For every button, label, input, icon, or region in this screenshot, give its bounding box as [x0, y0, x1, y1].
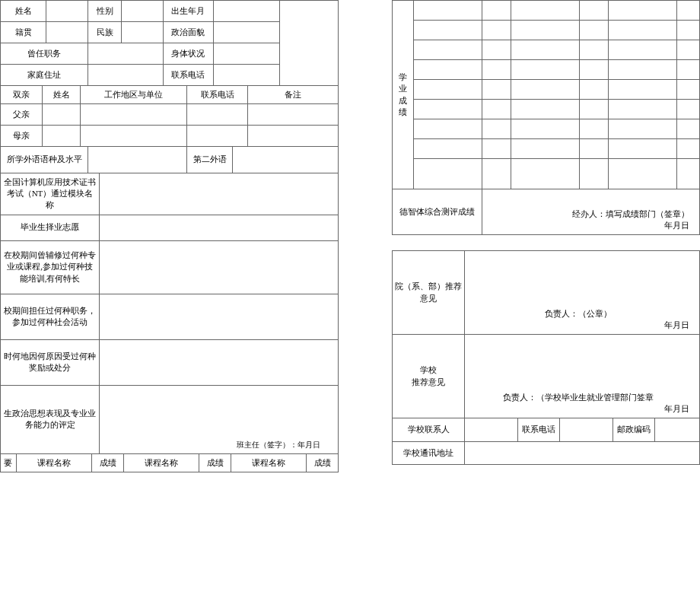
- grid-cell: [677, 1, 700, 21]
- grid-cell: [414, 139, 482, 159]
- award-label: 时何地因何原因受过何种奖励或处分: [1, 339, 100, 385]
- health-value: [213, 43, 280, 65]
- foreign-lang-label: 所学外语语种及水平: [1, 147, 88, 173]
- father-phone: [187, 104, 248, 126]
- training-value: [100, 240, 339, 294]
- grid-cell: [580, 40, 609, 60]
- grid-cell: [580, 119, 609, 139]
- award-value: [100, 339, 339, 385]
- nit-label: 全国计算机应用技术证书考试（NT）通过模块名称: [1, 173, 100, 215]
- eval-label: 生政治思想表现及专业业务能力的评定: [1, 385, 100, 453]
- gender-label: 性别: [88, 1, 122, 22]
- moral-label: 德智体综合测评成绩: [393, 189, 482, 235]
- school-date: 年月日: [467, 403, 697, 415]
- dept-rec-label: 院（系、部）推荐意见: [393, 251, 465, 335]
- mail-addr-label: 学校通讯地址: [393, 441, 465, 464]
- score-label-3: 成绩: [307, 454, 339, 472]
- phone-label: 联系电话: [163, 65, 213, 86]
- grid-cell: [414, 40, 482, 60]
- address-label: 家庭住址: [1, 65, 88, 86]
- postal-label: 邮政编码: [613, 418, 655, 441]
- grid-cell: [482, 159, 511, 189]
- dept-signature: 负责人：（公章）: [467, 308, 697, 320]
- foreign-lang-value: [88, 147, 187, 173]
- school-signature: 负责人：（学校毕业生就业管理部门签章: [467, 392, 697, 403]
- handler-date: 年月日: [485, 220, 697, 231]
- political-label: 政治面貌: [163, 22, 213, 43]
- grid-cell: [414, 80, 482, 100]
- birth-label: 出生年月: [163, 1, 213, 22]
- grid-cell: [677, 139, 700, 159]
- photo-cell: [280, 1, 339, 86]
- mother-remark: [248, 126, 339, 147]
- dept-date: 年月日: [467, 320, 697, 331]
- name-value: [46, 1, 88, 22]
- gender-value: [121, 1, 163, 22]
- phone-value: [213, 65, 280, 86]
- grid-cell: [482, 80, 511, 100]
- academic-grades-table: 学业成绩 德智体综合测评成绩 经办人：填写成绩部门（签章） 年月: [392, 0, 700, 235]
- parents-remark-label: 备注: [248, 86, 339, 104]
- grid-cell: [677, 100, 700, 119]
- grid-cell: [677, 80, 700, 100]
- career-label: 毕业生择业志愿: [1, 215, 100, 240]
- course-label-3: 课程名称: [231, 454, 306, 472]
- grid-cell: [511, 119, 580, 139]
- address-value: [88, 65, 164, 86]
- grid-cell: [677, 119, 700, 139]
- grid-cell: [580, 100, 609, 119]
- grid-cell: [482, 60, 511, 80]
- details-table: 全国计算机应用技术证书考试（NT）通过模块名称 毕业生择业志愿 在校期间曾辅修过…: [0, 173, 339, 454]
- course-label-1: 课程名称: [16, 454, 91, 472]
- contact-table: 学校联系人 联系电话 邮政编码 学校通讯地址: [392, 418, 700, 465]
- personal-info-table: 姓名 性别 出生年月 籍贯 民族 政治面貌 曾任职务 身体状: [0, 0, 339, 86]
- grid-cell: [609, 40, 677, 60]
- nit-value: [100, 173, 339, 215]
- second-lang-label: 第二外语: [187, 147, 233, 173]
- eval-value: 班主任（签字）：年月日: [100, 385, 339, 453]
- activity-value: [100, 294, 339, 339]
- parents-table: 双亲 姓名 工作地区与单位 联系电话 备注 父亲 母亲: [0, 86, 339, 147]
- grid-cell: [414, 159, 482, 189]
- training-label: 在校期间曾辅修过何种专业或课程,参加过何种技能培训,有何特长: [1, 240, 100, 294]
- teacher-signature: 班主任（签字）：年月日: [102, 440, 336, 450]
- grid-cell: [677, 60, 700, 80]
- school-rec-l2: 推荐意见: [395, 377, 462, 388]
- grid-cell: [511, 80, 580, 100]
- grid-cell: [609, 60, 677, 80]
- grid-cell: [580, 60, 609, 80]
- grid-cell: [511, 100, 580, 119]
- grid-cell: [609, 100, 677, 119]
- grid-cell: [414, 1, 482, 21]
- mail-addr-value: [465, 441, 700, 464]
- grid-cell: [609, 159, 677, 189]
- score-label-1: 成绩: [92, 454, 124, 472]
- parents-workplace-label: 工作地区与单位: [81, 86, 187, 104]
- origin-value: [46, 22, 88, 43]
- origin-label: 籍贯: [1, 22, 46, 43]
- postal-value: [655, 418, 700, 441]
- score-label-2: 成绩: [199, 454, 231, 472]
- father-label: 父亲: [1, 104, 43, 126]
- ethnic-label: 民族: [88, 22, 122, 43]
- foreign-lang-table: 所学外语语种及水平 第二外语: [0, 147, 339, 173]
- grid-cell: [609, 119, 677, 139]
- mother-phone: [187, 126, 248, 147]
- contact-person-label: 学校联系人: [393, 418, 465, 441]
- school-rec-label: 学校 推荐意见: [393, 335, 465, 418]
- contact-person-value: [465, 418, 518, 441]
- grid-cell: [580, 139, 609, 159]
- grid-cell: [482, 1, 511, 21]
- grid-cell: [580, 1, 609, 21]
- grid-cell: [511, 159, 580, 189]
- position-label: 曾任职务: [1, 43, 88, 65]
- moral-value: 经办人：填写成绩部门（签章） 年月日: [482, 189, 700, 235]
- handler-signature: 经办人：填写成绩部门（签章）: [485, 208, 697, 220]
- grid-cell: [414, 60, 482, 80]
- grid-cell: [677, 159, 700, 189]
- grid-cell: [511, 139, 580, 159]
- second-lang-value: [233, 147, 339, 173]
- course-label-2: 课程名称: [123, 454, 199, 472]
- father-remark: [248, 104, 339, 126]
- grid-cell: [580, 21, 609, 40]
